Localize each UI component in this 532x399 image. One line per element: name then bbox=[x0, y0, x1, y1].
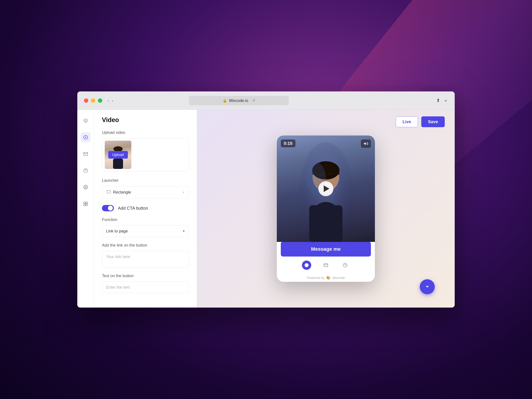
app-body: Video Upload video bbox=[77, 110, 455, 308]
new-tab-icon[interactable]: ＋ bbox=[443, 97, 448, 104]
function-dropdown[interactable]: Link to page ▾ bbox=[102, 225, 189, 237]
maximize-button[interactable] bbox=[98, 98, 102, 103]
svg-rect-9 bbox=[86, 204, 88, 206]
link-input[interactable]: Your link here bbox=[102, 251, 189, 267]
save-button[interactable]: Save bbox=[421, 116, 445, 127]
sound-icon[interactable] bbox=[361, 139, 371, 148]
play-button[interactable] bbox=[318, 181, 333, 196]
launcher-value: Rectangle bbox=[113, 190, 131, 195]
cta-action-button[interactable]: Message me bbox=[281, 241, 371, 257]
footer-help-icon[interactable] bbox=[341, 260, 350, 270]
lock-icon: 🔒 bbox=[223, 98, 227, 103]
footer-video-icon[interactable] bbox=[302, 260, 311, 270]
reload-icon[interactable]: ↺ bbox=[252, 98, 255, 103]
toggle-knob bbox=[108, 206, 113, 211]
browser-window: ‹ › 🔒 Mixcode.io ↺ ⬆ ＋ bbox=[77, 91, 455, 308]
video-time-badge: 0:15 bbox=[281, 139, 295, 147]
function-value: Link to page bbox=[106, 229, 128, 234]
svg-marker-2 bbox=[85, 137, 86, 138]
button-text-input[interactable]: Enter the text bbox=[102, 281, 189, 293]
header-buttons: Live Save bbox=[396, 116, 445, 127]
launcher-row[interactable]: Rectangle › bbox=[102, 186, 189, 198]
text-label: Text on the button bbox=[102, 273, 189, 278]
minimize-button[interactable] bbox=[91, 98, 95, 103]
powered-by-brand: Mixcode bbox=[332, 276, 345, 280]
upload-button[interactable]: Upload bbox=[108, 151, 128, 158]
live-button[interactable]: Live bbox=[396, 116, 418, 127]
link-label: Add the link on the button bbox=[102, 243, 189, 247]
phone-footer bbox=[277, 257, 375, 274]
forward-arrow[interactable]: › bbox=[112, 98, 113, 103]
upload-label: Upload video bbox=[102, 130, 189, 135]
nav-arrows: ‹ › bbox=[108, 98, 113, 103]
launcher-chevron-icon: › bbox=[183, 190, 184, 195]
function-label: Function bbox=[102, 217, 189, 222]
upload-thumbnail: Upload bbox=[105, 141, 131, 169]
play-icon bbox=[324, 185, 329, 192]
svg-rect-8 bbox=[84, 204, 85, 206]
rectangle-icon bbox=[107, 190, 110, 194]
launcher-row-left: Rectangle bbox=[107, 190, 131, 195]
browser-toolbar: ‹ › 🔒 Mixcode.io ↺ ⬆ ＋ bbox=[77, 91, 455, 110]
close-button[interactable] bbox=[84, 98, 88, 103]
left-panel: Video Upload video bbox=[94, 110, 197, 308]
page-title: Video bbox=[102, 116, 189, 124]
launcher-label: Launcher bbox=[102, 178, 189, 183]
back-arrow[interactable]: ‹ bbox=[108, 98, 109, 103]
share-icon[interactable]: ⬆ bbox=[436, 98, 440, 103]
browser-actions: ⬆ ＋ bbox=[436, 97, 448, 104]
dropdown-arrow-icon: ▾ bbox=[183, 229, 185, 234]
footer-inbox-icon[interactable] bbox=[321, 260, 330, 270]
svg-rect-16 bbox=[107, 190, 110, 193]
sidebar-item-settings[interactable] bbox=[81, 182, 91, 192]
right-preview: Live Save bbox=[197, 110, 455, 308]
sidebar-item-inbox[interactable] bbox=[81, 149, 91, 159]
svg-rect-6 bbox=[84, 202, 85, 204]
footer-icons bbox=[284, 260, 368, 270]
sidebar-item-video[interactable] bbox=[81, 132, 91, 142]
video-area: 0:15 bbox=[277, 135, 375, 242]
svg-rect-19 bbox=[309, 205, 342, 242]
svg-point-5 bbox=[85, 187, 86, 188]
url-text: Mixcode.io bbox=[229, 98, 248, 103]
svg-marker-0 bbox=[84, 119, 88, 121]
phone-mockup: 0:15 Message me bbox=[277, 135, 375, 282]
cta-toggle-label: Add CTA button bbox=[118, 206, 148, 211]
cta-toggle[interactable] bbox=[102, 205, 114, 211]
powered-by-text: Powered by bbox=[307, 276, 324, 280]
svg-rect-7 bbox=[86, 202, 88, 204]
svg-point-24 bbox=[328, 176, 332, 178]
fab-button[interactable] bbox=[420, 279, 435, 294]
svg-marker-26 bbox=[364, 142, 366, 145]
sidebar-item-help[interactable] bbox=[81, 165, 91, 176]
address-bar[interactable]: 🔒 Mixcode.io ↺ bbox=[189, 96, 289, 105]
cta-toggle-row: Add CTA button bbox=[102, 205, 189, 211]
upload-area[interactable]: Upload bbox=[102, 138, 189, 171]
sidebar-item-widget[interactable] bbox=[81, 199, 91, 209]
svg-rect-12 bbox=[113, 158, 123, 169]
sidebar-item-layers[interactable] bbox=[81, 116, 91, 126]
traffic-lights bbox=[84, 98, 102, 103]
powered-by: Powered by 🎨 Mixcode bbox=[277, 274, 375, 282]
sidebar-icons bbox=[77, 110, 94, 308]
